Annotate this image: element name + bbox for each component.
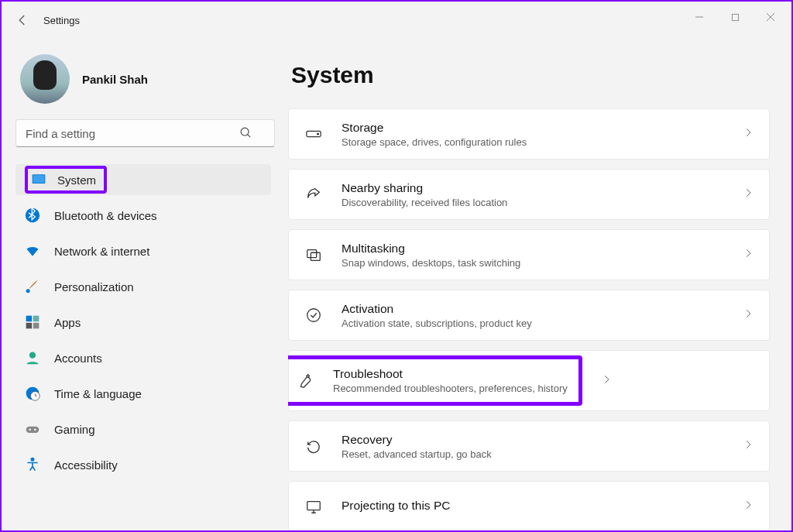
storage-icon [304,125,323,143]
share-icon [304,185,323,204]
chevron-right-icon [743,127,754,141]
multitask-icon [304,245,323,264]
chevron-right-icon [743,308,754,322]
nav-label: Network & internet [54,245,149,258]
card-activation[interactable]: Activation Activation state, subscriptio… [288,290,770,341]
nav-item-bluetooth[interactable]: Bluetooth & devices [15,200,271,231]
nav-label: System [57,173,96,187]
svg-rect-26 [307,502,321,510]
page-title: System [291,62,770,88]
svg-point-20 [31,458,33,461]
nav-label: Apps [54,316,81,329]
nav-label: Bluetooth & devices [54,209,157,222]
svg-rect-17 [26,427,39,433]
card-storage[interactable]: Storage Storage space, drives, configura… [288,108,770,160]
card-label: Storage [342,121,724,135]
search-icon [239,126,252,142]
nav-item-network[interactable]: Network & internet [15,235,271,266]
svg-rect-10 [26,316,33,322]
wrench-icon [296,372,314,390]
globe-clock-icon [25,386,40,401]
recovery-icon [304,437,323,455]
card-nearby-sharing[interactable]: Nearby sharing Discoverability, received… [288,169,770,220]
profile[interactable]: Pankil Shah [20,54,274,104]
card-label: Multitasking [342,242,724,256]
nav-item-system[interactable]: System [15,164,271,195]
sidebar: Pankil Shah System Bluetooth [2,39,288,530]
svg-point-22 [318,133,319,135]
apps-icon [25,314,40,330]
svg-rect-23 [307,250,317,258]
search-input[interactable] [15,119,275,147]
nav-list: System Bluetooth & devices Network & int… [15,164,274,480]
chevron-right-icon [743,499,754,513]
svg-rect-1 [732,14,738,20]
profile-name: Pankil Shah [82,73,148,86]
nav-item-accessibility[interactable]: Accessibility [15,449,271,480]
svg-rect-11 [33,316,39,322]
gamepad-icon [25,421,40,437]
card-recovery[interactable]: Recovery Reset, advanced startup, go bac… [288,420,770,472]
person-icon [25,350,40,366]
chevron-right-icon [601,374,612,388]
nav-item-gaming[interactable]: Gaming [15,414,271,444]
card-troubleshoot[interactable]: Troubleshoot Recommended troubleshooters… [288,350,770,411]
close-button[interactable] [753,5,788,29]
svg-rect-12 [26,323,33,329]
svg-rect-13 [33,323,39,329]
card-desc: Recommended troubleshooters, preferences… [333,383,568,394]
card-label: Nearby sharing [342,181,724,195]
svg-point-18 [29,429,31,431]
maximize-button[interactable] [717,5,753,29]
nav-item-accounts[interactable]: Accounts [15,342,271,373]
card-label: Activation [342,302,724,316]
svg-point-4 [241,128,249,136]
minimize-button[interactable] [681,5,717,29]
card-projecting[interactable]: Projecting to this PC [288,481,770,530]
card-desc: Snap windows, desktops, task switching [342,257,724,269]
nav-label: Gaming [54,423,95,436]
chevron-right-icon [743,248,754,262]
bluetooth-icon [25,208,40,223]
wifi-icon [25,243,40,259]
avatar [20,54,70,104]
nav-item-time[interactable]: Time & language [15,378,271,409]
nav-label: Time & language [54,387,142,400]
window-title: Settings [43,15,80,26]
svg-line-5 [248,135,251,138]
card-desc: Discoverability, received files location [342,197,724,208]
card-desc: Reset, advanced startup, go back [342,448,724,460]
main-panel: System Storage Storage space, drives, co… [288,39,791,530]
svg-rect-24 [311,252,320,260]
window-controls [681,5,788,29]
svg-point-8 [26,208,39,222]
card-desc: Storage space, drives, configuration rul… [342,136,724,148]
card-desc: Activation state, subscriptions, product… [342,317,724,329]
nav-label: Accessibility [54,458,118,472]
svg-point-25 [307,309,321,322]
card-label: Troubleshoot [333,367,568,381]
back-button[interactable] [8,5,37,35]
check-circle-icon [304,306,323,324]
display-icon [31,172,46,187]
svg-point-9 [26,289,30,293]
svg-point-14 [29,352,36,359]
card-multitasking[interactable]: Multitasking Snap windows, desktops, tas… [288,229,770,280]
nav-label: Accounts [54,352,102,365]
card-label: Projecting to this PC [342,499,724,513]
brush-icon [25,279,40,294]
accessibility-icon [25,457,40,472]
nav-item-personalization[interactable]: Personalization [15,271,271,302]
nav-label: Personalization [54,280,134,293]
search-box [15,119,271,147]
svg-point-19 [34,429,36,431]
card-label: Recovery [342,433,724,447]
chevron-right-icon [743,187,754,201]
titlebar: Settings [2,2,791,39]
chevron-right-icon [743,439,754,453]
project-icon [304,497,323,516]
nav-item-apps[interactable]: Apps [15,307,271,338]
svg-rect-7 [33,175,45,183]
